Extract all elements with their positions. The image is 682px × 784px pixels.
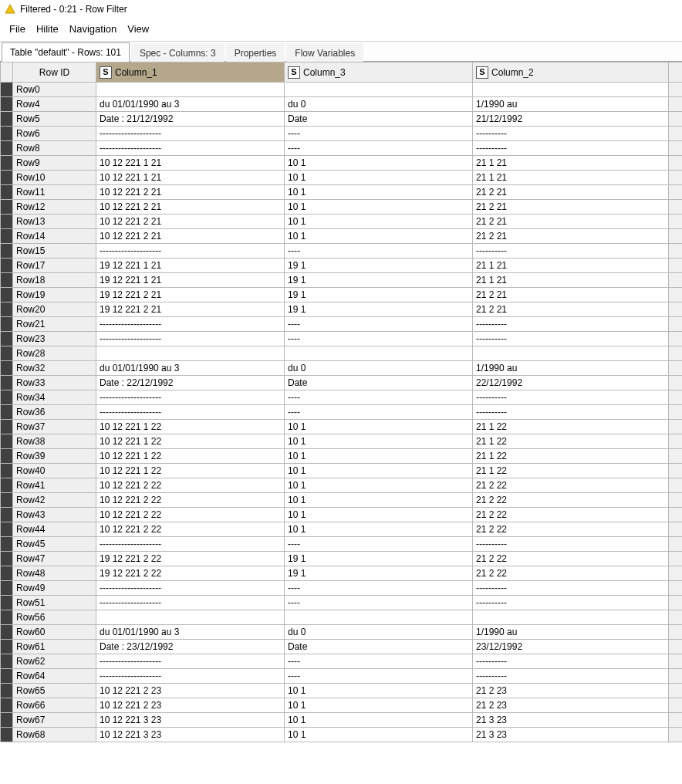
cell-column-1[interactable]: 10 12 221 1 22 — [96, 420, 285, 434]
cell-column-2[interactable]: 23/12/1992 — [473, 640, 669, 654]
row-marker[interactable] — [1, 464, 13, 478]
scrollbar-vertical[interactable] — [669, 63, 683, 83]
cell-column-3[interactable]: 10 1 — [285, 171, 473, 185]
scrollbar-vertical[interactable] — [669, 97, 683, 112]
cell-column-3[interactable]: 19 1 — [285, 259, 473, 273]
cell-column-1[interactable]: 10 12 221 1 22 — [96, 464, 285, 478]
cell-column-3[interactable]: ---- — [285, 332, 473, 346]
cell-column-2[interactable]: 21 1 21 — [473, 156, 669, 171]
scrollbar-vertical[interactable] — [669, 610, 683, 625]
row-marker[interactable] — [1, 640, 13, 654]
scrollbar-vertical[interactable] — [669, 171, 683, 185]
table-row[interactable]: Row1919 12 221 2 2119 121 2 21 — [1, 288, 683, 302]
row-id-cell[interactable]: Row28 — [13, 346, 96, 361]
row-marker[interactable] — [1, 566, 13, 581]
row-id-cell[interactable]: Row61 — [13, 640, 96, 654]
scrollbar-vertical[interactable] — [669, 728, 683, 742]
row-marker[interactable] — [1, 625, 13, 640]
scrollbar-vertical[interactable] — [669, 522, 683, 537]
row-id-cell[interactable]: Row41 — [13, 478, 96, 493]
row-id-cell[interactable]: Row19 — [13, 288, 96, 302]
scrollbar-vertical[interactable] — [669, 434, 683, 449]
cell-column-3[interactable]: ---- — [285, 244, 473, 259]
row-marker[interactable] — [1, 493, 13, 508]
row-marker[interactable] — [1, 728, 13, 742]
cell-column-3[interactable]: ---- — [285, 405, 473, 420]
cell-column-1[interactable]: -------------------- — [96, 127, 285, 141]
row-id-cell[interactable]: Row60 — [13, 625, 96, 640]
cell-column-3[interactable]: du 0 — [285, 361, 473, 376]
row-marker[interactable] — [1, 552, 13, 566]
row-marker[interactable] — [1, 508, 13, 522]
cell-column-3[interactable]: 10 1 — [285, 420, 473, 434]
row-marker[interactable] — [1, 537, 13, 552]
scrollbar-vertical[interactable] — [669, 478, 683, 493]
row-id-cell[interactable]: Row48 — [13, 566, 96, 581]
cell-column-2[interactable]: ---------- — [473, 581, 669, 596]
header-marker[interactable] — [1, 63, 13, 83]
scrollbar-vertical[interactable] — [669, 259, 683, 273]
table-row[interactable]: Row33Date : 22/12/1992Date22/12/1992 — [1, 376, 683, 390]
cell-column-2[interactable]: ---------- — [473, 390, 669, 405]
row-marker[interactable] — [1, 581, 13, 596]
row-id-cell[interactable]: Row13 — [13, 215, 96, 229]
cell-column-3[interactable]: 10 1 — [285, 478, 473, 493]
cell-column-3[interactable]: 10 1 — [285, 229, 473, 244]
row-marker[interactable] — [1, 654, 13, 669]
row-id-cell[interactable]: Row49 — [13, 581, 96, 596]
cell-column-3[interactable]: 10 1 — [285, 522, 473, 537]
cell-column-2[interactable]: 21 1 22 — [473, 434, 669, 449]
row-marker[interactable] — [1, 141, 13, 156]
data-table[interactable]: Row ID S Column_1 S Column_3 — [0, 62, 682, 742]
cell-column-1[interactable] — [96, 610, 285, 625]
table-row[interactable]: Row2019 12 221 2 2119 121 2 21 — [1, 302, 683, 317]
cell-column-1[interactable]: -------------------- — [96, 537, 285, 552]
cell-column-3[interactable]: ---- — [285, 317, 473, 332]
scrollbar-vertical[interactable] — [669, 640, 683, 654]
cell-column-3[interactable]: 19 1 — [285, 302, 473, 317]
tab-flow-variables[interactable]: Flow Variables — [286, 43, 363, 62]
table-row[interactable]: Row56 — [1, 610, 683, 625]
table-row[interactable]: Row4719 12 221 2 2219 121 2 22 — [1, 552, 683, 566]
cell-column-1[interactable]: 10 12 221 1 22 — [96, 449, 285, 464]
scrollbar-vertical[interactable] — [669, 229, 683, 244]
scrollbar-vertical[interactable] — [669, 713, 683, 728]
cell-column-1[interactable]: du 01/01/1990 au 3 — [96, 97, 285, 112]
cell-column-2[interactable]: 21 2 21 — [473, 185, 669, 200]
cell-column-2[interactable]: 21 2 21 — [473, 215, 669, 229]
cell-column-3[interactable]: 10 1 — [285, 684, 473, 698]
row-marker[interactable] — [1, 449, 13, 464]
row-id-cell[interactable]: Row23 — [13, 332, 96, 346]
scrollbar-vertical[interactable] — [669, 288, 683, 302]
row-marker[interactable] — [1, 83, 13, 97]
cell-column-3[interactable]: 19 1 — [285, 552, 473, 566]
cell-column-1[interactable]: 10 12 221 3 23 — [96, 728, 285, 742]
tab-spec-columns[interactable]: Spec - Columns: 3 — [131, 43, 225, 62]
table-row[interactable]: Row6610 12 221 2 2310 121 2 23 — [1, 698, 683, 713]
table-row[interactable]: Row60du 01/01/1990 au 3du 01/1990 au — [1, 625, 683, 640]
scrollbar-vertical[interactable] — [669, 244, 683, 259]
scrollbar-vertical[interactable] — [669, 654, 683, 669]
table-row[interactable]: Row1819 12 221 1 2119 121 1 21 — [1, 273, 683, 288]
table-row[interactable]: Row5Date : 21/12/1992Date21/12/1992 — [1, 112, 683, 127]
row-id-cell[interactable]: Row67 — [13, 713, 96, 728]
row-id-cell[interactable]: Row14 — [13, 229, 96, 244]
menu-file[interactable]: File — [5, 22, 30, 36]
cell-column-1[interactable]: -------------------- — [96, 332, 285, 346]
table-row[interactable]: Row910 12 221 1 2110 121 1 21 — [1, 156, 683, 171]
table-row[interactable]: Row6---------------------------------- — [1, 127, 683, 141]
row-id-cell[interactable]: Row47 — [13, 552, 96, 566]
menu-hilite[interactable]: Hilite — [32, 22, 63, 36]
scrollbar-vertical[interactable] — [669, 346, 683, 361]
table-row[interactable]: Row0 — [1, 83, 683, 97]
cell-column-2[interactable]: ---------- — [473, 596, 669, 610]
table-row[interactable]: Row4du 01/01/1990 au 3du 01/1990 au — [1, 97, 683, 112]
table-row[interactable]: Row15---------------------------------- — [1, 244, 683, 259]
table-row[interactable]: Row36---------------------------------- — [1, 405, 683, 420]
row-id-cell[interactable]: Row15 — [13, 244, 96, 259]
scrollbar-vertical[interactable] — [669, 302, 683, 317]
row-id-cell[interactable]: Row17 — [13, 259, 96, 273]
header-row-id[interactable]: Row ID — [13, 63, 96, 83]
cell-column-2[interactable]: 21 2 22 — [473, 552, 669, 566]
scrollbar-vertical[interactable] — [669, 669, 683, 684]
